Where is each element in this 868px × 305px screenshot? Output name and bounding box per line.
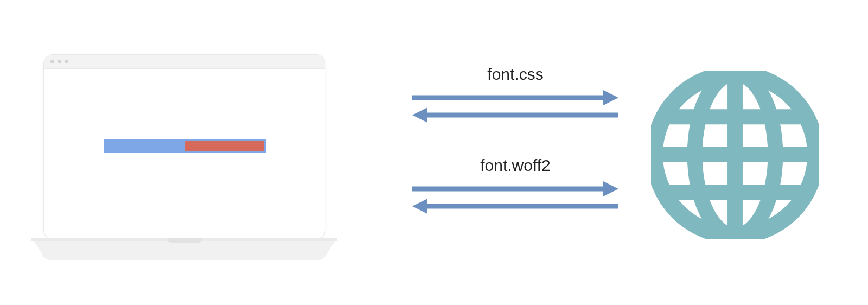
svg-marker-4 [412,107,427,123]
request-woff2: font.woff2 [412,156,618,215]
request-woff2-label: font.woff2 [412,156,618,175]
request-arrows: font.css font.woff2 [412,65,618,247]
window-dot-icon [58,60,61,63]
svg-marker-2 [603,90,618,105]
svg-marker-8 [412,199,427,214]
client-laptop [43,54,326,260]
arrow-left-icon [412,106,618,124]
arrow-right-icon [412,180,618,198]
window-dot-icon [65,60,68,63]
loading-progress-bar [104,139,266,153]
svg-marker-6 [603,181,618,196]
request-css-label: font.css [412,65,618,84]
progress-bar-remaining [185,141,264,151]
window-dot-icon [50,60,54,63]
globe-icon [651,71,819,239]
arrow-left-icon [412,198,618,215]
browser-titlebar [44,55,325,69]
browser-window [43,54,326,239]
arrow-right-icon [412,89,618,106]
request-css: font.css [412,65,618,124]
laptop-base-icon [31,238,337,260]
